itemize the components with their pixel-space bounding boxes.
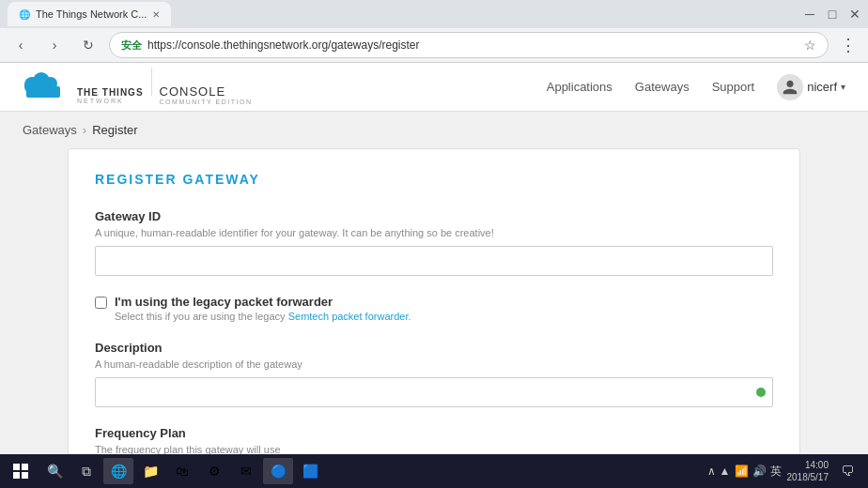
browser-tab[interactable]: 🌐 The Things Network C... ✕ xyxy=(8,2,171,26)
file-explorer-button[interactable]: 📁 xyxy=(135,458,165,484)
gateway-id-input[interactable] xyxy=(95,246,773,276)
legacy-checkbox-row: I'm using the legacy packet forwarder Se… xyxy=(95,295,773,322)
address-box[interactable]: 安全 https://console.thethingsnetwork.org/… xyxy=(109,32,829,58)
gateway-id-label: Gateway ID xyxy=(95,209,773,223)
semtech-link[interactable]: Semtech packet forwarder xyxy=(288,311,409,322)
frequency-plan-label: Frequency Plan xyxy=(95,426,773,440)
breadcrumb-current: Register xyxy=(92,123,137,137)
description-group: Description A human-readable description… xyxy=(95,341,773,407)
app-button[interactable]: 🟦 xyxy=(295,458,325,484)
search-taskbar-icon: 🔍 xyxy=(47,464,63,479)
notification-button[interactable]: 🗨 xyxy=(834,458,860,484)
user-avatar-icon xyxy=(777,74,803,100)
file-explorer-icon: 📁 xyxy=(143,464,159,479)
form-title: REGISTER GATEWAY xyxy=(95,172,773,187)
back-button[interactable]: ‹ xyxy=(8,32,34,58)
clock-date: 2018/5/17 xyxy=(787,471,829,483)
settings-button[interactable]: ⚙ xyxy=(199,458,229,484)
gateway-id-hint: A unique, human-readable identifier for … xyxy=(95,227,773,238)
legacy-hint-after: . xyxy=(408,311,411,322)
window-controls: ─ □ ✕ xyxy=(804,8,860,20)
close-window-button[interactable]: ✕ xyxy=(849,8,860,20)
chevron-tray-icon[interactable]: ∧ xyxy=(707,465,716,478)
search-button[interactable]: 🔍 xyxy=(39,458,70,484)
svg-rect-9 xyxy=(22,472,28,479)
notification-icon: 🗨 xyxy=(841,464,854,479)
browser-address-bar: ‹ › ↻ 安全 https://console.thethingsnetwor… xyxy=(0,28,868,62)
windows-icon xyxy=(13,464,28,479)
logo-edition-text: COMMUNITY EDITION xyxy=(160,99,253,106)
browser-title-bar: 🌐 The Things Network C... ✕ ─ □ ✕ xyxy=(0,0,868,28)
frequency-plan-group: Frequency Plan The frequency plan this g… xyxy=(95,426,773,455)
refresh-button[interactable]: ↻ xyxy=(75,32,101,58)
nav-links: Applications Gateways Support nicerf ▾ xyxy=(547,74,845,100)
ttn-logo-icon xyxy=(23,69,64,99)
svg-rect-8 xyxy=(13,472,20,479)
task-view-icon: ⧉ xyxy=(82,464,91,480)
mail-button[interactable]: ✉ xyxy=(231,458,261,484)
tab-close-button[interactable]: ✕ xyxy=(152,9,160,20)
user-menu[interactable]: nicerf ▾ xyxy=(777,74,845,100)
legacy-checkbox-content: I'm using the legacy packet forwarder Se… xyxy=(115,295,411,322)
logo-text: THE THINGS NETWORK CONSOLE COMMUNITY EDI… xyxy=(77,68,252,106)
taskbar: 🔍 ⧉ 🌐 📁 🛍 ⚙ ✉ 🔵 🟦 ∧ ▲ 📶 🔊 英 14:00 2018/5… xyxy=(0,454,868,488)
store-icon: 🛍 xyxy=(176,464,189,479)
url-text: https://console.thethingsnetwork.org/gat… xyxy=(147,38,798,52)
breadcrumb-parent[interactable]: Gateways xyxy=(23,123,77,137)
network-icon: ▲ xyxy=(720,465,731,478)
breadcrumb: Gateways › Register xyxy=(0,112,868,148)
svg-rect-7 xyxy=(22,464,28,470)
app-header: THE THINGS NETWORK CONSOLE COMMUNITY EDI… xyxy=(0,63,868,112)
tab-title: The Things Network C... xyxy=(36,8,147,20)
logo-network-text: NETWORK xyxy=(77,98,144,105)
register-gateway-form: REGISTER GATEWAY Gateway ID A unique, hu… xyxy=(68,148,800,488)
mail-icon: ✉ xyxy=(240,464,252,479)
minimize-button[interactable]: ─ xyxy=(804,8,815,20)
maximize-button[interactable]: □ xyxy=(827,8,838,20)
more-menu-button[interactable]: ⋮ xyxy=(836,35,860,55)
gateway-id-group: Gateway ID A unique, human-readable iden… xyxy=(95,209,773,276)
wifi-icon: 📶 xyxy=(735,465,749,478)
chrome-button[interactable]: 🔵 xyxy=(263,458,293,484)
system-tray-icons: ∧ ▲ 📶 🔊 英 xyxy=(707,464,782,480)
description-input-wrapper xyxy=(95,377,773,407)
chrome-icon: 🔵 xyxy=(271,464,287,479)
user-menu-chevron: ▾ xyxy=(841,82,845,92)
username-label: nicerf xyxy=(807,80,837,94)
breadcrumb-separator: › xyxy=(83,123,86,137)
browser-chrome: 🌐 The Things Network C... ✕ ─ □ ✕ ‹ › ↻ … xyxy=(0,0,868,63)
taskbar-right: ∧ ▲ 📶 🔊 英 14:00 2018/5/17 🗨 xyxy=(707,458,864,484)
legacy-checkbox-hint: Select this if you are using the legacy … xyxy=(115,311,411,322)
clock[interactable]: 14:00 2018/5/17 xyxy=(787,459,829,483)
task-view-button[interactable]: ⧉ xyxy=(71,458,101,484)
store-button[interactable]: 🛍 xyxy=(167,458,197,484)
lang-indicator: 英 xyxy=(770,464,782,480)
description-hint: A human-readable description of the gate… xyxy=(95,358,773,370)
description-label: Description xyxy=(95,341,773,355)
svg-rect-5 xyxy=(26,86,60,98)
description-input[interactable] xyxy=(95,377,773,407)
settings-icon: ⚙ xyxy=(209,464,221,479)
nav-support[interactable]: Support xyxy=(712,80,755,94)
logo-main-text: THE THINGS xyxy=(77,87,144,98)
page-content: REGISTER GATEWAY Gateway ID A unique, hu… xyxy=(0,148,868,488)
app-icon: 🟦 xyxy=(302,464,318,479)
logo-area: THE THINGS NETWORK CONSOLE COMMUNITY EDI… xyxy=(23,68,252,106)
security-badge: 安全 xyxy=(121,38,142,53)
volume-icon: 🔊 xyxy=(752,465,767,478)
edge-button[interactable]: 🌐 xyxy=(103,458,133,484)
start-button[interactable] xyxy=(4,458,38,484)
forward-button[interactable]: › xyxy=(41,32,68,58)
nav-gateways[interactable]: Gateways xyxy=(635,80,690,94)
legacy-checkbox-label: I'm using the legacy packet forwarder xyxy=(115,295,411,309)
bookmark-button[interactable]: ☆ xyxy=(804,38,816,53)
edge-icon: 🌐 xyxy=(111,464,127,479)
tab-favicon: 🌐 xyxy=(19,9,30,20)
description-valid-indicator xyxy=(756,388,766,397)
logo-console-text: CONSOLE xyxy=(160,85,253,99)
svg-rect-6 xyxy=(13,464,20,470)
legacy-hint-before: Select this if you are using the legacy xyxy=(115,311,288,322)
nav-applications[interactable]: Applications xyxy=(547,80,612,94)
legacy-checkbox[interactable] xyxy=(95,297,107,309)
clock-time: 14:00 xyxy=(787,459,829,471)
